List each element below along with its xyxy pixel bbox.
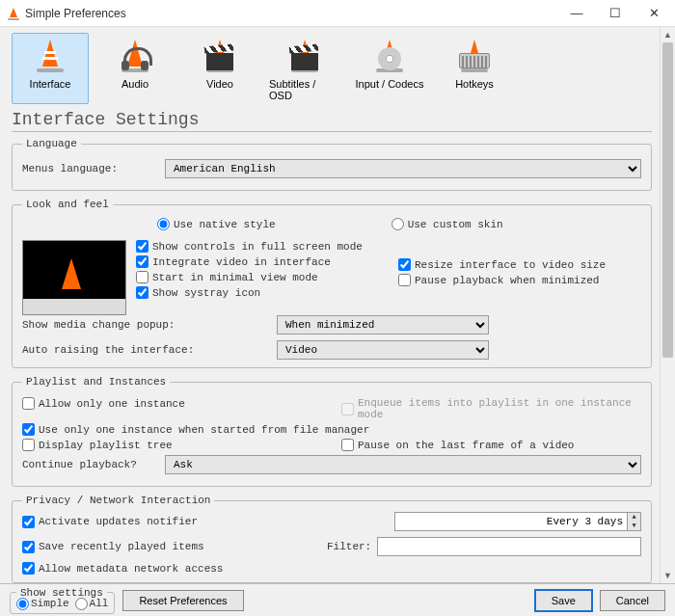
tab-label: Interface — [30, 78, 71, 90]
bottom-bar: Show settings Simple All Reset Preferenc… — [0, 583, 675, 616]
resize-to-video-checkbox[interactable]: Resize interface to video size — [398, 258, 641, 271]
custom-skin-radio[interactable]: Use custom skin — [392, 218, 503, 230]
save-recent-checkbox[interactable]: Save recently played items — [22, 541, 321, 553]
display-tree-checkbox[interactable]: Display playlist tree — [22, 439, 322, 451]
tab-label: Hotkeys — [455, 78, 494, 90]
language-legend: Language — [22, 138, 81, 149]
scroll-track[interactable] — [661, 42, 675, 568]
updates-interval-spinner[interactable]: ▲▼ — [394, 512, 641, 531]
tab-audio[interactable]: Audio — [96, 33, 174, 104]
look-and-feel-legend: Look and feel — [22, 199, 113, 210]
main-area: Interface Audio Video Subtitles / OSD In… — [0, 27, 675, 583]
tab-video[interactable]: Video — [181, 33, 258, 104]
one-instance-checkbox[interactable]: Allow only one instance — [22, 397, 322, 410]
updates-interval-value[interactable] — [395, 513, 627, 530]
auto-raise-label: Auto raising the interface: — [22, 344, 215, 356]
tab-subtitles[interactable]: Subtitles / OSD — [266, 33, 343, 104]
filter-label: Filter: — [327, 541, 371, 552]
language-group: Language Menus language: American Englis… — [12, 138, 652, 191]
menus-language-select[interactable]: American English — [165, 159, 641, 178]
one-from-fm-checkbox[interactable]: Use only one instance when started from … — [22, 423, 641, 436]
tab-hotkeys[interactable]: Hotkeys — [436, 33, 513, 104]
window-controls: — ☐ ✕ — [557, 0, 673, 27]
preview-thumbnail — [22, 240, 126, 315]
integrate-video-checkbox[interactable]: Integrate video in interface — [136, 255, 379, 268]
systray-checkbox[interactable]: Show systray icon — [136, 286, 379, 299]
tab-label: Subtitles / OSD — [269, 78, 340, 101]
minimize-button[interactable]: — — [557, 0, 596, 27]
audio-icon — [116, 38, 154, 76]
media-change-select[interactable]: When minimized — [277, 315, 489, 335]
enqueue-checkbox: Enqueue items into playlist in one insta… — [341, 397, 641, 420]
filter-input[interactable] — [377, 537, 641, 556]
look-and-feel-group: Look and feel Use native style Use custo… — [12, 199, 652, 368]
scroll-thumb[interactable] — [662, 42, 673, 358]
cancel-button[interactable]: Cancel — [600, 590, 665, 611]
pause-minimized-checkbox[interactable]: Pause playback when minimized — [398, 274, 641, 286]
media-change-label: Show media change popup: — [22, 319, 215, 331]
input-codecs-icon — [370, 38, 409, 76]
category-tabs: Interface Audio Video Subtitles / OSD In… — [12, 33, 652, 104]
start-minimal-checkbox[interactable]: Start in minimal view mode — [136, 271, 379, 283]
scroll-down-icon[interactable]: ▼ — [661, 568, 675, 583]
interface-icon — [31, 38, 69, 76]
maximize-button[interactable]: ☐ — [596, 0, 634, 27]
continue-playback-select[interactable]: Ask — [165, 455, 641, 474]
menus-language-label: Menus language: — [22, 163, 157, 174]
vlc-cone-icon — [8, 8, 19, 19]
auto-raise-select[interactable]: Video — [277, 340, 489, 360]
metadata-checkbox[interactable]: Allow metadata network access — [22, 562, 641, 575]
tab-input-codecs[interactable]: Input / Codecs — [351, 33, 428, 104]
subtitles-icon — [285, 38, 324, 76]
all-radio[interactable]: All — [75, 598, 109, 610]
tab-label: Audio — [122, 78, 148, 90]
reset-preferences-button[interactable]: Reset Preferences — [122, 590, 243, 611]
video-icon — [201, 38, 239, 76]
tab-interface[interactable]: Interface — [12, 33, 89, 104]
playlist-group: Playlist and Instances Allow only one in… — [12, 376, 652, 487]
simple-radio[interactable]: Simple — [16, 598, 69, 610]
native-style-radio[interactable]: Use native style — [157, 218, 276, 230]
updates-checkbox[interactable]: Activate updates notifier — [22, 516, 385, 528]
tab-label: Video — [206, 78, 233, 90]
vertical-scrollbar[interactable]: ▲ ▼ — [660, 27, 675, 583]
content: Interface Audio Video Subtitles / OSD In… — [0, 27, 660, 583]
titlebar: Simple Preferences — ☐ ✕ — [0, 0, 675, 27]
playlist-legend: Playlist and Instances — [22, 376, 170, 388]
hotkeys-icon — [455, 38, 494, 76]
show-settings-group: Show settings Simple All — [10, 587, 115, 614]
page-title: Interface Settings — [12, 108, 652, 132]
privacy-group: Privacy / Network Interaction Activate u… — [12, 495, 652, 583]
show-controls-fs-checkbox[interactable]: Show controls in full screen mode — [136, 240, 379, 253]
privacy-legend: Privacy / Network Interaction — [22, 495, 214, 506]
continue-playback-label: Continue playback? — [22, 459, 157, 470]
scroll-up-icon[interactable]: ▲ — [661, 27, 675, 42]
spinner-up-icon[interactable]: ▲ — [628, 513, 640, 522]
save-button[interactable]: Save — [535, 590, 592, 611]
window-title: Simple Preferences — [25, 7, 126, 20]
pause-last-frame-checkbox[interactable]: Pause on the last frame of a video — [341, 439, 641, 451]
window-title-wrap: Simple Preferences — [8, 7, 557, 20]
close-button[interactable]: ✕ — [634, 0, 673, 27]
tab-label: Input / Codecs — [356, 78, 424, 90]
spinner-down-icon[interactable]: ▼ — [628, 522, 640, 530]
